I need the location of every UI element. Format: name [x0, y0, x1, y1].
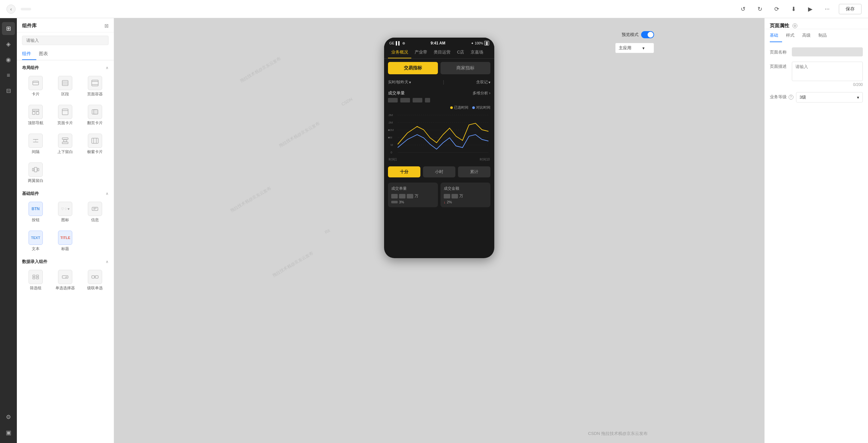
chart-legend: 已选时间 对比时间	[388, 105, 490, 110]
filter-realtime[interactable]: 实时/较昨天 ▾	[388, 80, 411, 85]
field-business-level-select[interactable]: 3级 ▾	[796, 92, 863, 102]
time-tab-hour[interactable]: 小时	[423, 166, 455, 177]
sidebar-item-bottom[interactable]: ▣	[2, 426, 15, 439]
right-tab-product[interactable]: 制品	[818, 29, 831, 42]
phone-nav-tab-3[interactable]: C店	[454, 47, 467, 58]
page-container-icon	[88, 76, 102, 90]
orders-unit: 万	[414, 193, 418, 199]
preview-toggle[interactable]	[641, 31, 654, 38]
component-text[interactable]: TEXT 文本	[22, 228, 49, 254]
play-icon[interactable]: ▶	[805, 4, 815, 14]
legend-selected: 已选时间	[450, 105, 468, 110]
component-page-container[interactable]: 页面容器	[81, 73, 108, 99]
filter-double[interactable]: 含双记 ▾	[476, 80, 490, 85]
refresh2-icon[interactable]: ↻	[754, 4, 765, 14]
phone-nav-tab-2[interactable]: 类目运营	[430, 47, 454, 58]
component-button[interactable]: BTN 按钮	[22, 199, 49, 226]
wing-pad-icon	[29, 163, 43, 177]
svg-rect-5	[92, 80, 98, 86]
chart-more[interactable]: 多维分析 ›	[472, 90, 490, 96]
layout-section-collapse[interactable]: ∧	[106, 65, 108, 70]
field-page-name-value[interactable]	[792, 47, 863, 56]
search-input[interactable]	[22, 36, 108, 45]
svg-rect-24	[32, 168, 34, 171]
sidebar-item-assets[interactable]: ⊟	[2, 84, 15, 97]
right-tab-advanced[interactable]: 高级	[802, 29, 814, 42]
field-page-desc-input[interactable]	[792, 62, 863, 81]
info-label: 信息	[91, 217, 99, 223]
svg-text:0: 0	[391, 151, 392, 154]
right-panel-settings-icon[interactable]: ⚙	[793, 23, 797, 28]
right-tab-basic[interactable]: 基础	[770, 29, 782, 42]
page-container-label: 页面容器	[87, 91, 103, 97]
component-card[interactable]: 卡片	[22, 73, 49, 99]
back-button[interactable]: ‹	[6, 4, 16, 13]
component-window-card[interactable]: 橱窗卡片	[81, 131, 108, 157]
refresh1-icon[interactable]: ↺	[738, 4, 748, 14]
sidebar-item-data[interactable]: ≡	[2, 69, 15, 82]
num-block-1	[388, 98, 398, 102]
phone-btn-trade[interactable]: 交易指标	[388, 62, 438, 74]
component-info[interactable]: 信息	[81, 199, 108, 226]
basic-section-collapse[interactable]: ∧	[106, 191, 108, 196]
title-label: 标题	[61, 246, 69, 252]
sidebar-item-components[interactable]: ⊞	[2, 22, 15, 35]
tab-charts[interactable]: 图表	[39, 48, 53, 60]
app-select[interactable]: 主应用 ▾	[615, 43, 654, 53]
time-tab-10min[interactable]: 十分	[388, 166, 421, 177]
component-cascade-select[interactable]: 级联单选	[81, 267, 108, 294]
spacer-icon	[29, 134, 43, 148]
component-padding-v[interactable]: 上下留白	[52, 131, 79, 157]
component-page-card[interactable]: 页面卡片	[52, 102, 79, 128]
component-panel: 组件库 ⊠ 组件 图表 布局组件 ∧ 卡片	[17, 18, 114, 443]
component-wing-pad[interactable]: 两翼留白	[22, 160, 49, 186]
component-spacer[interactable]: 间隔	[22, 131, 49, 157]
svg-rect-11	[62, 109, 68, 115]
sidebar-item-layers[interactable]: ◈	[2, 38, 15, 51]
filter-realtime-arrow: ▾	[409, 80, 411, 85]
tab-components[interactable]: 组件	[22, 48, 36, 60]
watermark-2: 拖拉技术栈@京东云发布	[278, 120, 321, 149]
svg-text:■M: ■M	[388, 136, 392, 139]
component-filter-group[interactable]: 筛选组	[22, 267, 49, 294]
component-title[interactable]: TITLE 标题	[52, 228, 79, 254]
phone-nav-tab-1[interactable]: 产业带	[411, 47, 430, 58]
phone-nav-tab-0[interactable]: 业务概况	[388, 47, 411, 58]
battery-icon: ▓	[484, 41, 489, 46]
top-nav-label: 顶部导航	[28, 120, 43, 126]
phone-bottom-cards: 成交单量 万 3% 成交金额	[384, 180, 494, 210]
title-icon: TITLE	[58, 231, 72, 245]
svg-rect-27	[92, 207, 98, 210]
more-icon[interactable]: ···	[822, 4, 832, 14]
reload-icon[interactable]: ⟳	[771, 4, 782, 14]
field-business-level: 业务等级 ? 3级 ▾	[770, 92, 863, 102]
carrier: GE	[389, 41, 395, 45]
filter-realtime-label: 实时/较昨天	[388, 80, 408, 85]
svg-rect-20	[64, 140, 67, 142]
chart-axis-labels: 时间1 时间10	[388, 157, 490, 162]
data-section-collapse[interactable]: ∧	[106, 260, 108, 264]
right-tab-style[interactable]: 样式	[786, 29, 798, 42]
phone-nav-tab-4[interactable]: 京嘉场	[467, 47, 487, 58]
component-section[interactable]: 区段	[52, 73, 79, 99]
sidebar-item-pages[interactable]: ◉	[2, 53, 15, 66]
chart-svg-container: .0M .0M ■0M ■M M 0	[388, 112, 490, 157]
component-single-select[interactable]: 单选选择器	[52, 267, 79, 294]
right-panel-title: 页面属性	[770, 23, 789, 29]
component-flip-card[interactable]: 翻页卡片	[81, 102, 108, 128]
time-tab-total[interactable]: 累计	[458, 166, 490, 177]
download-icon[interactable]: ⬇	[788, 4, 799, 14]
svg-text:■0M: ■0M	[388, 128, 394, 132]
business-level-help-icon[interactable]: ?	[788, 95, 794, 99]
page-tab-label[interactable]	[21, 8, 31, 10]
canvas-area: 拖拉技术栈@京东云发布 拖拉技术栈@京东云发布 拖拉技术栈@京东云发布 拖拉技术…	[114, 18, 764, 443]
save-button[interactable]: 保存	[839, 4, 862, 14]
svg-text:.0M: .0M	[388, 114, 393, 117]
component-icon-comp[interactable]: ♡♢♥ 图标	[52, 199, 79, 226]
field-page-name-label: 页面名称	[770, 47, 789, 55]
panel-close-icon[interactable]: ⊠	[104, 23, 108, 29]
svg-rect-30	[33, 275, 35, 277]
phone-btn-merchant[interactable]: 商家指标	[440, 62, 490, 74]
sidebar-item-settings[interactable]: ⚙	[2, 411, 15, 423]
component-top-nav[interactable]: 顶部导航	[22, 102, 49, 128]
